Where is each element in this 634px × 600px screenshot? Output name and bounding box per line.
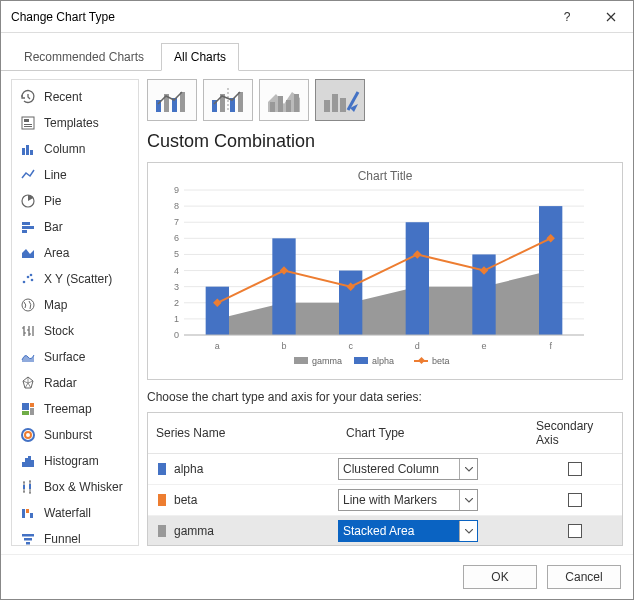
series-row-gamma[interactable]: gammaStacked Area: [148, 516, 622, 546]
sidebar-item-label: Column: [44, 142, 85, 156]
svg-text:8: 8: [174, 201, 179, 211]
dropdown-value: Stacked Area: [343, 524, 414, 538]
chart-type-dropdown[interactable]: Stacked Area: [338, 520, 478, 542]
svg-rect-28: [22, 509, 25, 518]
svg-rect-44: [238, 92, 243, 112]
scatter-icon: [20, 271, 36, 287]
sidebar-item-sunburst[interactable]: Sunburst: [12, 422, 138, 448]
bar-icon: [20, 219, 36, 235]
combo-preset-custom[interactable]: [315, 79, 365, 121]
svg-point-21: [25, 432, 31, 438]
sidebar-item-treemap[interactable]: Treemap: [12, 396, 138, 422]
head-secondary-axis: Secondary Axis: [528, 413, 622, 453]
dialog-footer: OK Cancel: [1, 554, 633, 599]
chevron-down-icon: [459, 459, 477, 479]
head-chart-type: Chart Type: [338, 413, 528, 453]
svg-rect-96: [418, 357, 425, 364]
sidebar-item-label: Sunburst: [44, 428, 92, 442]
series-row-alpha[interactable]: alphaClustered Column: [148, 454, 622, 485]
sidebar-item-line[interactable]: Line: [12, 162, 138, 188]
sidebar-item-label: Line: [44, 168, 67, 182]
content-area: Recent Templates Column Line Pie Bar Are…: [1, 71, 633, 554]
secondary-axis-checkbox[interactable]: [568, 462, 582, 476]
templates-icon: [20, 115, 36, 131]
recent-icon: [20, 89, 36, 105]
sidebar-item-column[interactable]: Column: [12, 136, 138, 162]
sidebar-item-funnel[interactable]: Funnel: [12, 526, 138, 546]
svg-text:beta: beta: [432, 356, 450, 366]
series-table-head: Series Name Chart Type Secondary Axis: [148, 413, 622, 454]
sidebar-item-radar[interactable]: Radar: [12, 370, 138, 396]
preset1-icon: [152, 84, 192, 116]
sidebar-item-label: Recent: [44, 90, 82, 104]
svg-rect-30: [30, 513, 33, 518]
svg-rect-4: [22, 148, 25, 155]
ok-button[interactable]: OK: [463, 565, 537, 589]
svg-text:gamma: gamma: [312, 356, 342, 366]
sidebar-item-histogram[interactable]: Histogram: [12, 448, 138, 474]
tab-all-charts[interactable]: All Charts: [161, 43, 239, 71]
map-icon: [20, 297, 36, 313]
series-editor-table: Series Name Chart Type Secondary Axis al…: [147, 412, 623, 546]
boxwhisker-icon: [20, 479, 36, 495]
help-icon: ?: [564, 10, 571, 24]
chart-type-dropdown[interactable]: Clustered Column: [338, 458, 478, 480]
svg-text:a: a: [215, 341, 220, 351]
sidebar-item-templates[interactable]: Templates: [12, 110, 138, 136]
tab-recommended[interactable]: Recommended Charts: [11, 43, 157, 70]
svg-rect-40: [180, 92, 185, 112]
series-swatch: [158, 494, 166, 506]
sidebar-item-boxwhisker[interactable]: Box & Whisker: [12, 474, 138, 500]
combo-preset-1[interactable]: [147, 79, 197, 121]
svg-point-13: [31, 279, 34, 282]
chart-type-dropdown[interactable]: Line with Markers: [338, 489, 478, 511]
svg-text:alpha: alpha: [372, 356, 394, 366]
svg-text:9: 9: [174, 185, 179, 195]
histogram-icon: [20, 453, 36, 469]
svg-text:f: f: [549, 341, 552, 351]
close-icon: [606, 12, 616, 22]
surface-icon: [20, 349, 36, 365]
sidebar-item-label: Funnel: [44, 532, 81, 546]
combo-preset-3[interactable]: [259, 79, 309, 121]
sidebar-item-recent[interactable]: Recent: [12, 84, 138, 110]
svg-text:1: 1: [174, 314, 179, 324]
sidebar-item-stock[interactable]: Stock: [12, 318, 138, 344]
series-name-label: beta: [174, 493, 197, 507]
svg-rect-47: [286, 100, 291, 112]
pie-icon: [20, 193, 36, 209]
svg-rect-26: [23, 485, 25, 489]
sidebar-item-pie[interactable]: Pie: [12, 188, 138, 214]
sidebar-item-area[interactable]: Area: [12, 240, 138, 266]
sidebar-item-scatter[interactable]: X Y (Scatter): [12, 266, 138, 292]
svg-text:c: c: [348, 341, 353, 351]
svg-rect-75: [406, 222, 429, 335]
svg-rect-27: [29, 484, 31, 489]
series-row-beta[interactable]: betaLine with Markers: [148, 485, 622, 516]
sunburst-icon: [20, 427, 36, 443]
svg-rect-29: [26, 509, 29, 513]
svg-rect-73: [272, 238, 295, 335]
sidebar-item-waterfall[interactable]: Waterfall: [12, 500, 138, 526]
series-swatch: [158, 525, 166, 537]
waterfall-icon: [20, 505, 36, 521]
sidebar-item-label: Stock: [44, 324, 74, 338]
sidebar-item-bar[interactable]: Bar: [12, 214, 138, 240]
treemap-icon: [20, 401, 36, 417]
window-title: Change Chart Type: [11, 10, 545, 24]
svg-point-12: [27, 276, 30, 279]
cancel-button[interactable]: Cancel: [547, 565, 621, 589]
sidebar-item-map[interactable]: Map: [12, 292, 138, 318]
combo-preset-2[interactable]: [203, 79, 253, 121]
close-button[interactable]: [589, 1, 633, 33]
sidebar-item-surface[interactable]: Surface: [12, 344, 138, 370]
svg-rect-3: [24, 126, 32, 127]
secondary-axis-checkbox[interactable]: [568, 524, 582, 538]
svg-rect-0: [22, 117, 34, 129]
preset3-icon: [264, 84, 304, 116]
secondary-axis-checkbox[interactable]: [568, 493, 582, 507]
sidebar-item-label: Map: [44, 298, 67, 312]
help-button[interactable]: ?: [545, 1, 589, 33]
sidebar-item-label: Surface: [44, 350, 85, 364]
chart-preview: 0123456789abcdefgammaalphabeta: [154, 185, 594, 375]
